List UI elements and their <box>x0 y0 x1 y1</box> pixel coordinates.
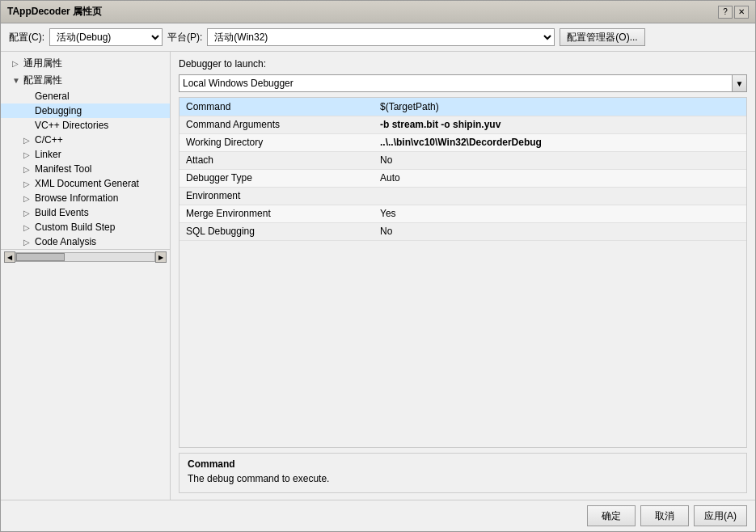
prop-value-0: $(TargetPath) <box>374 98 746 116</box>
debugger-input[interactable] <box>179 75 732 91</box>
prop-name-4: Debugger Type <box>179 169 374 187</box>
toolbar: 配置(C): 活动(Debug) 平台(P): 活动(Win32) 配置管理器(… <box>1 23 755 52</box>
prop-value-7: No <box>374 222 746 240</box>
sidebar-label-common-props: 通用属性 <box>23 57 62 70</box>
table-row[interactable]: Command Arguments-b stream.bit -o shipin… <box>179 116 746 133</box>
sidebar-label-linker: Linker <box>35 149 61 160</box>
sidebar-item-code-analysis[interactable]: ▷Code Analysis <box>1 234 170 249</box>
sidebar-label-build-events: Build Events <box>35 207 89 218</box>
sidebar-item-common-props[interactable]: ▷通用属性 <box>1 55 170 72</box>
table-row[interactable]: Working Directory..\..\bin\vc10\Win32\De… <box>179 133 746 151</box>
platform-select[interactable]: 活动(Win32) <box>207 28 555 46</box>
prop-name-3: Attach <box>179 151 374 169</box>
desc-title: Command <box>188 458 738 470</box>
properties-table-container: Command$(TargetPath)Command Arguments-b … <box>179 97 747 448</box>
expand-icon-config-props[interactable]: ▼ <box>12 76 20 85</box>
debugger-select-container[interactable]: ▼ <box>179 74 747 92</box>
sidebar: ▷通用属性▼配置属性GeneralDebuggingVC++ Directori… <box>1 52 171 500</box>
scroll-left-arrow[interactable]: ◀ <box>4 251 15 263</box>
desc-text: The debug command to execute. <box>188 473 738 484</box>
sidebar-item-debugging[interactable]: Debugging <box>1 103 170 118</box>
main-window: TAppDecoder 属性页 ? ✕ 配置(C): 活动(Debug) 平台(… <box>0 0 756 532</box>
sidebar-label-config-props: 配置属性 <box>23 74 62 87</box>
titlebar-buttons: ? ✕ <box>718 6 749 19</box>
right-panel: Debugger to launch: ▼ Command$(TargetPat… <box>171 52 755 500</box>
table-row[interactable]: Debugger TypeAuto <box>179 169 746 187</box>
scroll-right-arrow[interactable]: ▶ <box>155 251 167 263</box>
debugger-select-row: ▼ <box>179 74 747 92</box>
sidebar-item-general[interactable]: General <box>1 89 170 103</box>
platform-label: 平台(P): <box>167 31 202 44</box>
sidebar-item-manifest[interactable]: ▷Manifest Tool <box>1 162 170 176</box>
sidebar-item-xml-doc[interactable]: ▷XML Document Generat <box>1 176 170 191</box>
sidebar-item-browse-info[interactable]: ▷Browse Information <box>1 191 170 205</box>
prop-name-0: Command <box>179 98 374 116</box>
sidebar-item-cpp[interactable]: ▷C/C++ <box>1 133 170 147</box>
scroll-thumb[interactable] <box>16 253 65 261</box>
sidebar-label-code-analysis: Code Analysis <box>35 236 96 247</box>
expand-icon-code-analysis[interactable]: ▷ <box>23 238 32 247</box>
sidebar-label-debugging: Debugging <box>35 105 82 116</box>
sidebar-label-general: General <box>35 91 70 102</box>
apply-button[interactable]: 应用(A) <box>694 505 747 526</box>
expand-icon-cpp[interactable]: ▷ <box>23 136 32 145</box>
prop-name-7: SQL Debugging <box>179 222 374 240</box>
debugger-dropdown-button[interactable]: ▼ <box>732 75 746 91</box>
expand-icon-xml-doc[interactable]: ▷ <box>23 179 32 188</box>
table-row[interactable]: Environment <box>179 187 746 205</box>
sidebar-label-vc-dirs: VC++ Directories <box>35 120 108 131</box>
prop-name-5: Environment <box>179 187 374 205</box>
prop-value-4: Auto <box>374 169 746 187</box>
cancel-button[interactable]: 取消 <box>640 505 689 526</box>
sidebar-item-config-props[interactable]: ▼配置属性 <box>1 72 170 89</box>
prop-name-2: Working Directory <box>179 133 374 151</box>
prop-value-2: ..\..\bin\vc10\Win32\DecorderDebug <box>374 133 746 151</box>
debugger-label: Debugger to launch: <box>179 58 266 70</box>
sidebar-item-vc-dirs[interactable]: VC++ Directories <box>1 118 170 133</box>
sidebar-label-custom-build: Custom Build Step <box>35 222 115 233</box>
expand-icon-common-props[interactable]: ▷ <box>12 59 20 68</box>
help-button[interactable]: ? <box>718 6 733 19</box>
sidebar-scrollbar: ◀ ▶ <box>1 249 170 264</box>
debugger-row: Debugger to launch: <box>179 58 747 70</box>
prop-name-6: Merge Environment <box>179 205 374 222</box>
prop-value-5 <box>374 187 746 205</box>
main-content: ▷通用属性▼配置属性GeneralDebuggingVC++ Directori… <box>1 52 755 500</box>
sidebar-label-manifest: Manifest Tool <box>35 163 91 175</box>
properties-table: Command$(TargetPath)Command Arguments-b … <box>179 98 746 241</box>
description-panel: Command The debug command to execute. <box>179 453 747 493</box>
sidebar-item-build-events[interactable]: ▷Build Events <box>1 205 170 220</box>
expand-icon-manifest[interactable]: ▷ <box>23 165 32 174</box>
sidebar-item-custom-build[interactable]: ▷Custom Build Step <box>1 220 170 234</box>
prop-value-3: No <box>374 151 746 169</box>
prop-value-6: Yes <box>374 205 746 222</box>
sidebar-item-linker[interactable]: ▷Linker <box>1 147 170 162</box>
expand-icon-browse-info[interactable]: ▷ <box>23 194 32 203</box>
expand-icon-linker[interactable]: ▷ <box>23 150 32 159</box>
config-manager-button[interactable]: 配置管理器(O)... <box>560 28 644 46</box>
scroll-track[interactable] <box>15 252 155 262</box>
table-row[interactable]: SQL DebuggingNo <box>179 222 746 240</box>
sidebar-label-xml-doc: XML Document Generat <box>35 178 139 189</box>
window-title: TAppDecoder 属性页 <box>7 5 102 19</box>
config-select[interactable]: 活动(Debug) <box>49 28 163 46</box>
expand-icon-build-events[interactable]: ▷ <box>23 209 32 217</box>
ok-button[interactable]: 确定 <box>587 505 636 526</box>
expand-icon-custom-build[interactable]: ▷ <box>23 223 32 232</box>
close-button[interactable]: ✕ <box>734 6 749 19</box>
table-row[interactable]: AttachNo <box>179 151 746 169</box>
prop-name-1: Command Arguments <box>179 116 374 133</box>
titlebar: TAppDecoder 属性页 ? ✕ <box>1 1 755 23</box>
config-label: 配置(C): <box>9 31 44 44</box>
bottom-bar: 确定 取消 应用(A) <box>1 500 755 531</box>
sidebar-label-browse-info: Browse Information <box>35 192 118 204</box>
table-row[interactable]: Merge EnvironmentYes <box>179 205 746 222</box>
table-row[interactable]: Command$(TargetPath) <box>179 98 746 116</box>
sidebar-label-cpp: C/C++ <box>35 134 63 146</box>
prop-value-1: -b stream.bit -o shipin.yuv <box>374 116 746 133</box>
